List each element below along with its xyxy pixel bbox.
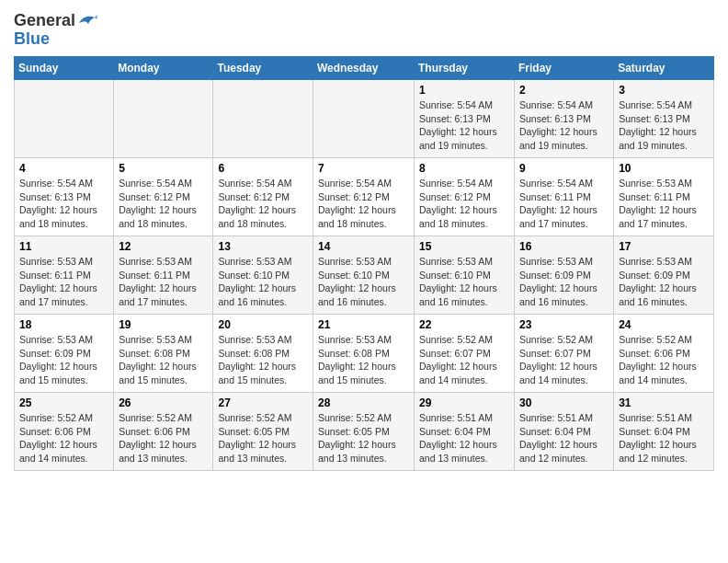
calendar-cell: 21Sunrise: 5:53 AM Sunset: 6:08 PM Dayli… [313, 315, 415, 393]
weekday-header: Monday [114, 57, 213, 80]
day-number: 13 [218, 240, 308, 253]
calendar-cell: 27Sunrise: 5:52 AM Sunset: 6:05 PM Dayli… [213, 393, 313, 471]
day-number: 12 [119, 240, 208, 253]
logo-bird-icon [76, 9, 98, 31]
day-number: 15 [419, 240, 509, 253]
calendar-cell: 15Sunrise: 5:53 AM Sunset: 6:10 PM Dayli… [415, 236, 515, 315]
day-info: Sunrise: 5:51 AM Sunset: 6:04 PM Dayligh… [519, 411, 609, 465]
calendar-cell: 1Sunrise: 5:54 AM Sunset: 6:13 PM Daylig… [415, 80, 515, 158]
calendar-week-row: 25Sunrise: 5:52 AM Sunset: 6:06 PM Dayli… [15, 393, 714, 471]
calendar-table: SundayMondayTuesdayWednesdayThursdayFrid… [14, 56, 714, 471]
calendar-week-row: 11Sunrise: 5:53 AM Sunset: 6:11 PM Dayli… [15, 236, 714, 315]
day-info: Sunrise: 5:54 AM Sunset: 6:13 PM Dayligh… [419, 98, 509, 153]
day-info: Sunrise: 5:54 AM Sunset: 6:12 PM Dayligh… [419, 177, 509, 231]
calendar-week-row: 1Sunrise: 5:54 AM Sunset: 6:13 PM Daylig… [15, 80, 714, 158]
day-number: 2 [519, 84, 609, 97]
calendar-cell: 29Sunrise: 5:51 AM Sunset: 6:04 PM Dayli… [415, 393, 515, 471]
day-number: 8 [419, 162, 509, 175]
calendar-cell: 10Sunrise: 5:53 AM Sunset: 6:11 PM Dayli… [614, 158, 714, 236]
day-info: Sunrise: 5:53 AM Sunset: 6:10 PM Dayligh… [419, 255, 509, 309]
day-info: Sunrise: 5:52 AM Sunset: 6:07 PM Dayligh… [419, 333, 509, 387]
calendar-week-row: 18Sunrise: 5:53 AM Sunset: 6:09 PM Dayli… [15, 315, 714, 393]
weekday-header: Wednesday [313, 57, 415, 80]
day-number: 19 [119, 318, 208, 331]
calendar-cell: 6Sunrise: 5:54 AM Sunset: 6:12 PM Daylig… [213, 158, 313, 236]
day-info: Sunrise: 5:53 AM Sunset: 6:08 PM Dayligh… [318, 333, 409, 387]
day-info: Sunrise: 5:54 AM Sunset: 6:12 PM Dayligh… [218, 177, 308, 231]
day-info: Sunrise: 5:53 AM Sunset: 6:08 PM Dayligh… [218, 333, 308, 387]
calendar-cell: 3Sunrise: 5:54 AM Sunset: 6:13 PM Daylig… [614, 80, 714, 158]
day-number: 21 [318, 318, 409, 331]
day-info: Sunrise: 5:53 AM Sunset: 6:09 PM Dayligh… [19, 333, 108, 387]
day-number: 26 [119, 396, 208, 409]
day-info: Sunrise: 5:52 AM Sunset: 6:05 PM Dayligh… [218, 411, 308, 465]
day-info: Sunrise: 5:54 AM Sunset: 6:13 PM Dayligh… [19, 177, 108, 231]
calendar-cell: 9Sunrise: 5:54 AM Sunset: 6:11 PM Daylig… [515, 158, 614, 236]
calendar-cell: 13Sunrise: 5:53 AM Sunset: 6:10 PM Dayli… [213, 236, 313, 315]
logo-blue-text: Blue [14, 29, 98, 49]
day-info: Sunrise: 5:51 AM Sunset: 6:04 PM Dayligh… [619, 411, 709, 465]
day-number: 11 [19, 240, 108, 253]
day-info: Sunrise: 5:54 AM Sunset: 6:13 PM Dayligh… [619, 98, 709, 153]
calendar-cell: 22Sunrise: 5:52 AM Sunset: 6:07 PM Dayli… [415, 315, 515, 393]
day-info: Sunrise: 5:54 AM Sunset: 6:11 PM Dayligh… [519, 177, 609, 231]
calendar-cell: 17Sunrise: 5:53 AM Sunset: 6:09 PM Dayli… [614, 236, 714, 315]
weekday-header: Friday [515, 57, 614, 80]
day-number: 24 [619, 318, 709, 331]
logo: General Blue [14, 9, 98, 49]
calendar-cell: 4Sunrise: 5:54 AM Sunset: 6:13 PM Daylig… [15, 158, 114, 236]
day-info: Sunrise: 5:53 AM Sunset: 6:09 PM Dayligh… [519, 255, 609, 309]
day-number: 16 [519, 240, 609, 253]
page-header: General Blue [14, 9, 714, 49]
calendar-header: SundayMondayTuesdayWednesdayThursdayFrid… [15, 57, 714, 80]
day-number: 6 [218, 162, 308, 175]
calendar-cell: 11Sunrise: 5:53 AM Sunset: 6:11 PM Dayli… [15, 236, 114, 315]
calendar-cell [114, 80, 213, 158]
calendar-cell: 30Sunrise: 5:51 AM Sunset: 6:04 PM Dayli… [515, 393, 614, 471]
weekday-header: Tuesday [213, 57, 313, 80]
day-info: Sunrise: 5:54 AM Sunset: 6:13 PM Dayligh… [519, 98, 609, 153]
calendar-cell: 18Sunrise: 5:53 AM Sunset: 6:09 PM Dayli… [15, 315, 114, 393]
calendar-cell: 23Sunrise: 5:52 AM Sunset: 6:07 PM Dayli… [515, 315, 614, 393]
day-number: 1 [419, 84, 509, 97]
calendar-cell: 8Sunrise: 5:54 AM Sunset: 6:12 PM Daylig… [415, 158, 515, 236]
day-info: Sunrise: 5:52 AM Sunset: 6:05 PM Dayligh… [318, 411, 409, 465]
calendar-cell [15, 80, 114, 158]
calendar-week-row: 4Sunrise: 5:54 AM Sunset: 6:13 PM Daylig… [15, 158, 714, 236]
day-info: Sunrise: 5:54 AM Sunset: 6:12 PM Dayligh… [318, 177, 409, 231]
day-number: 9 [519, 162, 609, 175]
weekday-header: Thursday [415, 57, 515, 80]
day-number: 5 [119, 162, 208, 175]
day-number: 20 [218, 318, 308, 331]
day-number: 23 [519, 318, 609, 331]
calendar-cell: 31Sunrise: 5:51 AM Sunset: 6:04 PM Dayli… [614, 393, 714, 471]
day-info: Sunrise: 5:54 AM Sunset: 6:12 PM Dayligh… [119, 177, 208, 231]
day-number: 14 [318, 240, 409, 253]
calendar-cell: 28Sunrise: 5:52 AM Sunset: 6:05 PM Dayli… [313, 393, 415, 471]
calendar-cell [313, 80, 415, 158]
day-info: Sunrise: 5:53 AM Sunset: 6:11 PM Dayligh… [119, 255, 208, 309]
day-info: Sunrise: 5:53 AM Sunset: 6:10 PM Dayligh… [318, 255, 409, 309]
weekday-header: Saturday [614, 57, 714, 80]
day-info: Sunrise: 5:52 AM Sunset: 6:06 PM Dayligh… [619, 333, 709, 387]
day-number: 17 [619, 240, 709, 253]
calendar-cell: 26Sunrise: 5:52 AM Sunset: 6:06 PM Dayli… [114, 393, 213, 471]
day-number: 29 [419, 396, 509, 409]
day-number: 31 [619, 396, 709, 409]
logo-general-text: General [14, 11, 75, 30]
day-info: Sunrise: 5:52 AM Sunset: 6:07 PM Dayligh… [519, 333, 609, 387]
calendar-body: 1Sunrise: 5:54 AM Sunset: 6:13 PM Daylig… [15, 80, 714, 471]
day-number: 7 [318, 162, 409, 175]
day-info: Sunrise: 5:51 AM Sunset: 6:04 PM Dayligh… [419, 411, 509, 465]
calendar-cell: 5Sunrise: 5:54 AM Sunset: 6:12 PM Daylig… [114, 158, 213, 236]
day-number: 10 [619, 162, 709, 175]
day-number: 27 [218, 396, 308, 409]
calendar-cell: 25Sunrise: 5:52 AM Sunset: 6:06 PM Dayli… [15, 393, 114, 471]
calendar-cell: 19Sunrise: 5:53 AM Sunset: 6:08 PM Dayli… [114, 315, 213, 393]
calendar-cell: 2Sunrise: 5:54 AM Sunset: 6:13 PM Daylig… [515, 80, 614, 158]
calendar-cell [213, 80, 313, 158]
day-number: 18 [19, 318, 108, 331]
calendar-cell: 14Sunrise: 5:53 AM Sunset: 6:10 PM Dayli… [313, 236, 415, 315]
weekday-row: SundayMondayTuesdayWednesdayThursdayFrid… [15, 57, 714, 80]
day-info: Sunrise: 5:53 AM Sunset: 6:11 PM Dayligh… [19, 255, 108, 309]
